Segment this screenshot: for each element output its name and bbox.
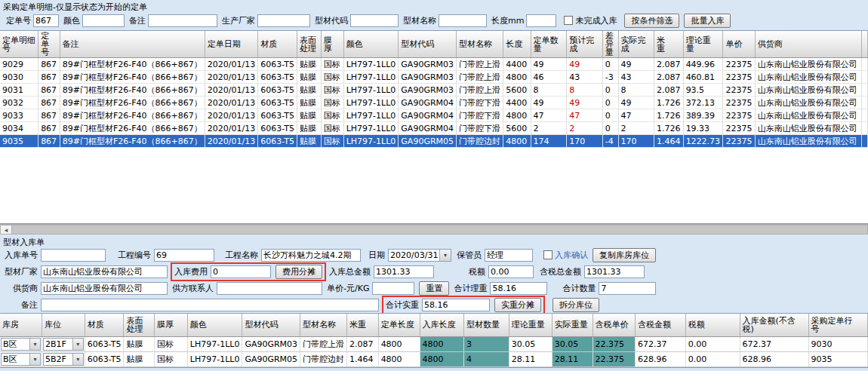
column-header[interactable]: 表面处理	[124, 314, 155, 336]
calendar-dropdown-icon[interactable]: ▾	[439, 250, 451, 261]
filter-by-condition-button[interactable]: 按条件筛选	[624, 14, 679, 28]
cell[interactable]: 30.05	[552, 336, 593, 351]
table-row[interactable]: 903086789#门框型材F26-F40（866+867）2020/01/13…	[0, 71, 868, 84]
location-combo[interactable]: 2B1F▾	[42, 336, 85, 351]
inbound-confirm-checkbox[interactable]	[543, 250, 553, 259]
column-header[interactable]: 型材代码	[399, 31, 457, 58]
cell[interactable]: 22.375	[593, 351, 635, 366]
column-header[interactable]: 备注	[60, 31, 205, 58]
column-header[interactable]: 理论重量	[683, 31, 723, 58]
chevron-down-icon[interactable]: ▾	[72, 354, 83, 365]
table-row[interactable]: B区▾2B1F▾6063-T5贴膜国标LH797-1LL0GA90GRM03门带…	[0, 336, 868, 351]
column-header[interactable]: 单价	[723, 31, 755, 58]
combo-box[interactable]: 5B2F▾	[43, 353, 84, 366]
filter-input-6[interactable]	[526, 14, 556, 27]
filter-input-1[interactable]	[82, 14, 125, 27]
warehouse-combo[interactable]: B区▾	[0, 351, 42, 366]
column-header[interactable]: 型材数量	[464, 314, 509, 336]
total-qty-input[interactable]	[599, 282, 656, 295]
filter-input-5[interactable]	[439, 14, 487, 27]
tax-total-input[interactable]	[584, 265, 645, 278]
scroll-left-button[interactable]: ◂	[0, 225, 12, 235]
cell[interactable]: 28.11	[552, 351, 593, 366]
column-header[interactable]: 米重	[347, 314, 379, 336]
column-header[interactable]: 米重	[654, 31, 684, 58]
scrollbar-thumb[interactable]	[12, 225, 868, 235]
cell[interactable]: 4800	[420, 351, 463, 366]
chevron-down-icon[interactable]: ▾	[29, 339, 40, 350]
horizontal-scrollbar[interactable]: ◂	[0, 224, 868, 235]
column-header[interactable]: 税额	[685, 314, 740, 336]
combo-box[interactable]: B区▾	[1, 338, 41, 351]
filter-input-2[interactable]	[148, 14, 217, 27]
supplier-contact-input[interactable]	[217, 282, 322, 295]
column-header[interactable]: 入库金额(不含税)	[740, 314, 808, 336]
filter-input-3[interactable]	[257, 14, 310, 27]
date-input[interactable]: 2020/03/31 ▾	[388, 249, 451, 262]
column-header[interactable]: 预计完成	[567, 31, 602, 58]
fee-input[interactable]	[211, 265, 271, 278]
column-header[interactable]: 表面处理	[297, 31, 321, 58]
table-row[interactable]: 903586789#门框型材F26-F40（866+867）2020/01/13…	[0, 135, 868, 148]
column-header[interactable]: 定单数量	[531, 31, 567, 58]
column-header[interactable]: 供货商	[755, 31, 861, 58]
column-header[interactable]: 型材名称	[457, 31, 503, 58]
cell[interactable]: 3	[464, 336, 509, 351]
batch-inbound-button[interactable]: 批量入库	[684, 14, 731, 28]
warehouse-combo[interactable]: B区▾	[0, 336, 42, 351]
fee-share-button[interactable]: 费用分摊	[275, 265, 322, 279]
unit-price-input[interactable]	[372, 282, 414, 295]
cell[interactable]: 22.375	[593, 336, 635, 351]
column-header[interactable]: 含税金额	[635, 314, 685, 336]
supplier-input[interactable]	[41, 282, 168, 295]
table-row[interactable]: 903186789#门框型材F26-F40（866+867）2020/01/13…	[0, 84, 868, 97]
column-header[interactable]: 定单明细号	[0, 31, 38, 58]
column-header[interactable]: 颜色	[187, 314, 242, 336]
table-row[interactable]: 903286789#门框型材F26-F40（866+867）2020/01/13…	[0, 97, 868, 109]
column-header[interactable]: 理论重量	[509, 314, 552, 336]
factory-input[interactable]	[41, 265, 168, 278]
column-header[interactable]: 入库长度	[420, 314, 463, 336]
location-combo[interactable]: 5B2F▾	[42, 351, 85, 366]
column-header[interactable]: 实际重量	[552, 314, 593, 336]
column-header[interactable]: 型材名称	[300, 314, 347, 336]
column-header[interactable]: 型材代码	[242, 314, 300, 336]
column-header[interactable]: 库位	[42, 314, 85, 336]
column-header[interactable]: 采购定单行号	[808, 314, 867, 336]
unfinished-inbound-checkbox[interactable]	[564, 16, 573, 25]
column-header[interactable]: 实际完成	[618, 31, 654, 58]
filter-input-0[interactable]	[33, 14, 59, 27]
column-header[interactable]: 材质	[85, 314, 124, 336]
project-name-input[interactable]	[261, 249, 361, 262]
actual-weight-share-button[interactable]: 实重分摊	[494, 298, 541, 312]
project-no-input[interactable]	[154, 249, 214, 262]
column-header[interactable]: 材质	[258, 31, 297, 58]
reset-button[interactable]: 重置	[419, 281, 449, 296]
chevron-down-icon[interactable]: ▾	[72, 339, 83, 350]
combo-box[interactable]: B区▾	[1, 353, 41, 366]
split-location-button[interactable]: 拆分库位	[553, 298, 599, 312]
chevron-down-icon[interactable]: ▾	[29, 354, 40, 365]
table-row[interactable]: 903486789#门框型材F26-F40（866+867）2020/01/13…	[0, 122, 868, 135]
inbound-no-input[interactable]	[41, 249, 106, 262]
filter-input-4[interactable]	[350, 14, 399, 27]
remark-input[interactable]	[41, 299, 379, 311]
column-header[interactable]: 差异量	[602, 31, 618, 58]
table-row[interactable]: 902986789#门框型材F26-F40（866+867）2020/01/13…	[0, 58, 868, 71]
inbound-total-input[interactable]	[374, 265, 434, 278]
column-header[interactable]	[862, 31, 868, 58]
column-header[interactable]: 含税单价	[593, 314, 635, 336]
copy-warehouse-location-button[interactable]: 复制库房库位	[593, 248, 656, 262]
cell[interactable]: 4800	[420, 336, 463, 351]
combo-box[interactable]: 2B1F▾	[43, 338, 84, 351]
table-row[interactable]: 903386789#门框型材F26-F40（866+867）2020/01/13…	[0, 109, 868, 122]
column-header[interactable]: 定单号	[38, 31, 60, 58]
column-header[interactable]: 长度	[503, 31, 531, 58]
column-header[interactable]: 颜色	[343, 31, 399, 58]
column-header[interactable]: 定单长度	[378, 314, 420, 336]
cell[interactable]: 4	[464, 351, 509, 366]
column-header[interactable]: 定单日期	[205, 31, 257, 58]
table-row[interactable]: B区▾5B2F▾6063-T5贴膜国标LH797-1LL0GA90GRM05门带…	[0, 351, 868, 366]
column-header[interactable]: 膜厚	[155, 314, 188, 336]
keeper-input[interactable]	[485, 249, 533, 262]
